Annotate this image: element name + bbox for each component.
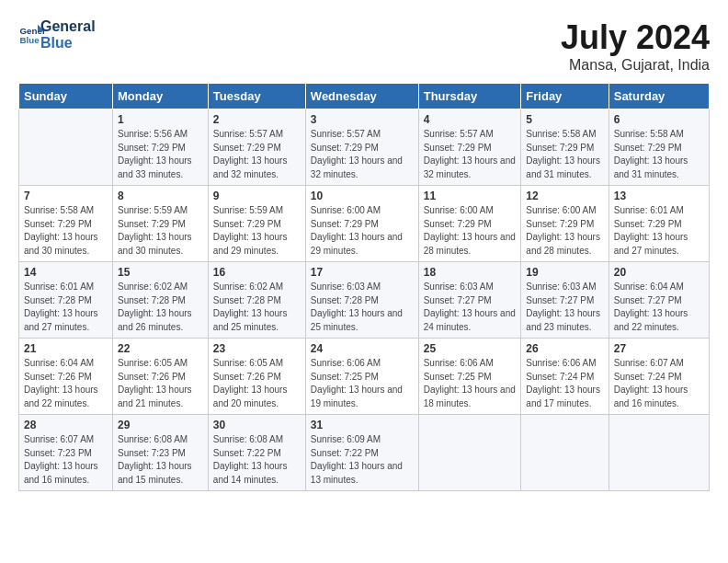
day-info: Sunrise: 6:00 AM Sunset: 7:29 PM Dayligh…: [424, 204, 517, 258]
logo: General Blue General Blue: [18, 18, 96, 51]
day-number: 30: [213, 419, 301, 431]
day-info: Sunrise: 6:01 AM Sunset: 7:28 PM Dayligh…: [24, 281, 108, 334]
calendar-week-row: 1Sunrise: 5:56 AM Sunset: 7:29 PM Daylig…: [19, 109, 710, 186]
day-number: 9: [213, 190, 301, 202]
day-of-week-header: Sunday: [19, 84, 113, 109]
day-info: Sunrise: 6:06 AM Sunset: 7:25 PM Dayligh…: [311, 357, 414, 410]
day-number: 12: [526, 190, 603, 202]
day-number: 15: [118, 266, 203, 279]
day-info: Sunrise: 6:04 AM Sunset: 7:27 PM Dayligh…: [614, 281, 704, 334]
calendar-cell: 31Sunrise: 6:09 AM Sunset: 7:22 PM Dayli…: [305, 415, 418, 491]
calendar-cell: 16Sunrise: 6:02 AM Sunset: 7:28 PM Dayli…: [208, 262, 305, 339]
day-info: Sunrise: 6:01 AM Sunset: 7:29 PM Dayligh…: [614, 204, 704, 258]
calendar-cell: 28Sunrise: 6:07 AM Sunset: 7:23 PM Dayli…: [19, 415, 113, 491]
day-number: 27: [614, 342, 704, 355]
day-number: 1: [118, 113, 203, 126]
day-info: Sunrise: 6:09 AM Sunset: 7:22 PM Dayligh…: [311, 433, 414, 487]
calendar-cell: 20Sunrise: 6:04 AM Sunset: 7:27 PM Dayli…: [609, 262, 709, 339]
day-info: Sunrise: 5:57 AM Sunset: 7:29 PM Dayligh…: [424, 128, 517, 181]
calendar-cell: 9Sunrise: 5:59 AM Sunset: 7:29 PM Daylig…: [208, 186, 305, 262]
calendar-cell: 5Sunrise: 5:58 AM Sunset: 7:29 PM Daylig…: [521, 109, 609, 186]
calendar-cell: 1Sunrise: 5:56 AM Sunset: 7:29 PM Daylig…: [113, 109, 209, 186]
calendar-cell: 2Sunrise: 5:57 AM Sunset: 7:29 PM Daylig…: [208, 109, 305, 186]
day-number: 2: [213, 113, 301, 126]
day-info: Sunrise: 5:59 AM Sunset: 7:29 PM Dayligh…: [213, 204, 301, 258]
day-info: Sunrise: 6:06 AM Sunset: 7:25 PM Dayligh…: [424, 357, 517, 410]
day-number: 17: [311, 266, 414, 279]
day-info: Sunrise: 5:57 AM Sunset: 7:29 PM Dayligh…: [213, 128, 301, 181]
calendar-cell: 18Sunrise: 6:03 AM Sunset: 7:27 PM Dayli…: [418, 262, 521, 339]
svg-text:Blue: Blue: [20, 35, 40, 45]
day-info: Sunrise: 6:02 AM Sunset: 7:28 PM Dayligh…: [213, 281, 301, 334]
day-number: 22: [118, 342, 203, 355]
day-of-week-header: Tuesday: [208, 84, 305, 109]
page-header: General Blue General Blue July 2024 Mans…: [18, 18, 710, 74]
calendar-cell: 23Sunrise: 6:05 AM Sunset: 7:26 PM Dayli…: [208, 339, 305, 415]
day-number: 6: [614, 113, 704, 126]
calendar-cell: 13Sunrise: 6:01 AM Sunset: 7:29 PM Dayli…: [609, 186, 709, 262]
day-info: Sunrise: 6:06 AM Sunset: 7:24 PM Dayligh…: [526, 357, 603, 410]
day-number: 4: [424, 113, 517, 126]
day-number: 20: [614, 266, 704, 279]
logo-line2: Blue: [40, 35, 96, 52]
calendar-cell: 15Sunrise: 6:02 AM Sunset: 7:28 PM Dayli…: [113, 262, 209, 339]
day-of-week-header: Friday: [521, 84, 609, 109]
day-number: 10: [311, 190, 414, 202]
day-number: 19: [526, 266, 603, 279]
day-info: Sunrise: 6:03 AM Sunset: 7:27 PM Dayligh…: [526, 281, 603, 334]
calendar-header-row: SundayMondayTuesdayWednesdayThursdayFrid…: [19, 84, 710, 109]
calendar-cell: 30Sunrise: 6:08 AM Sunset: 7:22 PM Dayli…: [208, 415, 305, 491]
day-info: Sunrise: 5:56 AM Sunset: 7:29 PM Dayligh…: [118, 128, 203, 181]
day-of-week-header: Saturday: [609, 84, 709, 109]
day-info: Sunrise: 6:05 AM Sunset: 7:26 PM Dayligh…: [118, 357, 203, 410]
day-info: Sunrise: 6:08 AM Sunset: 7:22 PM Dayligh…: [213, 433, 301, 487]
day-of-week-header: Wednesday: [305, 84, 418, 109]
calendar-cell: [609, 415, 709, 491]
calendar-cell: [521, 415, 609, 491]
day-number: 26: [526, 342, 603, 355]
day-info: Sunrise: 6:04 AM Sunset: 7:26 PM Dayligh…: [24, 357, 108, 410]
day-info: Sunrise: 6:00 AM Sunset: 7:29 PM Dayligh…: [526, 204, 603, 258]
calendar-cell: 24Sunrise: 6:06 AM Sunset: 7:25 PM Dayli…: [305, 339, 418, 415]
calendar-cell: [19, 109, 113, 186]
day-number: 23: [213, 342, 301, 355]
day-info: Sunrise: 6:05 AM Sunset: 7:26 PM Dayligh…: [213, 357, 301, 410]
day-of-week-header: Thursday: [418, 84, 521, 109]
calendar-cell: 4Sunrise: 5:57 AM Sunset: 7:29 PM Daylig…: [418, 109, 521, 186]
day-info: Sunrise: 6:03 AM Sunset: 7:28 PM Dayligh…: [311, 281, 414, 334]
day-number: 29: [118, 419, 203, 431]
title-area: July 2024 Mansa, Gujarat, India: [561, 18, 710, 74]
calendar-cell: 26Sunrise: 6:06 AM Sunset: 7:24 PM Dayli…: [521, 339, 609, 415]
calendar-cell: 8Sunrise: 5:59 AM Sunset: 7:29 PM Daylig…: [113, 186, 209, 262]
day-info: Sunrise: 5:59 AM Sunset: 7:29 PM Dayligh…: [118, 204, 203, 258]
day-number: 14: [24, 266, 108, 279]
day-of-week-header: Monday: [113, 84, 209, 109]
calendar-cell: 11Sunrise: 6:00 AM Sunset: 7:29 PM Dayli…: [418, 186, 521, 262]
calendar-cell: 22Sunrise: 6:05 AM Sunset: 7:26 PM Dayli…: [113, 339, 209, 415]
day-info: Sunrise: 6:00 AM Sunset: 7:29 PM Dayligh…: [311, 204, 414, 258]
day-number: 13: [614, 190, 704, 202]
calendar-cell: 19Sunrise: 6:03 AM Sunset: 7:27 PM Dayli…: [521, 262, 609, 339]
day-info: Sunrise: 6:02 AM Sunset: 7:28 PM Dayligh…: [118, 281, 203, 334]
day-number: 28: [24, 419, 108, 431]
day-number: 24: [311, 342, 414, 355]
calendar-cell: 14Sunrise: 6:01 AM Sunset: 7:28 PM Dayli…: [19, 262, 113, 339]
calendar-cell: 21Sunrise: 6:04 AM Sunset: 7:26 PM Dayli…: [19, 339, 113, 415]
day-number: 7: [24, 190, 108, 202]
day-number: 8: [118, 190, 203, 202]
calendar-cell: [418, 415, 521, 491]
calendar-cell: 12Sunrise: 6:00 AM Sunset: 7:29 PM Dayli…: [521, 186, 609, 262]
day-info: Sunrise: 6:07 AM Sunset: 7:23 PM Dayligh…: [24, 433, 108, 487]
calendar-table: SundayMondayTuesdayWednesdayThursdayFrid…: [18, 83, 710, 491]
day-info: Sunrise: 5:57 AM Sunset: 7:29 PM Dayligh…: [311, 128, 414, 181]
day-number: 11: [424, 190, 517, 202]
day-number: 21: [24, 342, 108, 355]
day-info: Sunrise: 6:03 AM Sunset: 7:27 PM Dayligh…: [424, 281, 517, 334]
calendar-cell: 25Sunrise: 6:06 AM Sunset: 7:25 PM Dayli…: [418, 339, 521, 415]
day-info: Sunrise: 6:08 AM Sunset: 7:23 PM Dayligh…: [118, 433, 203, 487]
day-number: 5: [526, 113, 603, 126]
logo-line1: General: [40, 18, 96, 35]
calendar-week-row: 14Sunrise: 6:01 AM Sunset: 7:28 PM Dayli…: [19, 262, 710, 339]
calendar-cell: 17Sunrise: 6:03 AM Sunset: 7:28 PM Dayli…: [305, 262, 418, 339]
calendar-subtitle: Mansa, Gujarat, India: [561, 57, 710, 74]
